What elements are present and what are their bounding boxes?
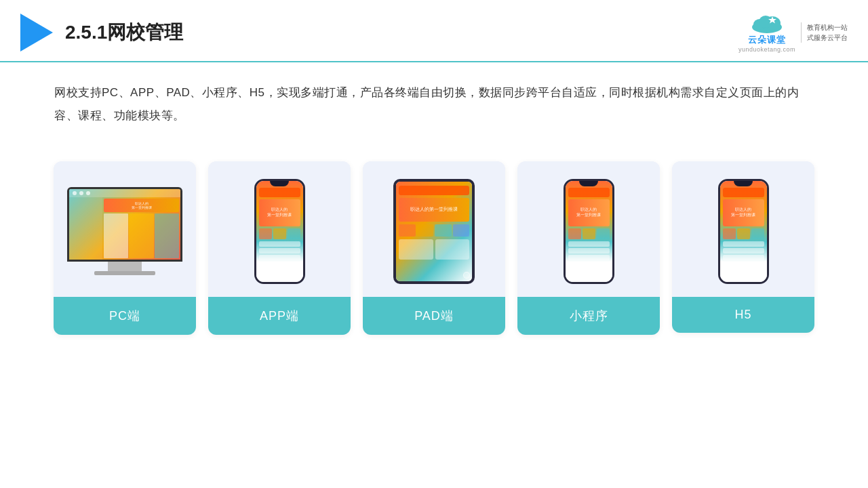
card-pc-image: 职达人的第一堂列推课 (54, 161, 196, 297)
phone-mockup-h5: 职达人的第一堂列推课 (718, 179, 769, 284)
phone-notch-app (270, 181, 289, 186)
card-h5-image: 职达人的第一堂列推课 (672, 161, 814, 297)
phone-home-bar-app (269, 277, 290, 279)
description-text: 网校支持PC、APP、PAD、小程序、H5，实现多端打通，产品各终端自由切换，数… (0, 62, 868, 134)
description-paragraph: 网校支持PC、APP、PAD、小程序、H5，实现多端打通，产品各终端自由切换，数… (54, 81, 814, 127)
phone-screen-miniapp: 职达人的第一堂列推课 (566, 181, 612, 282)
logo-text-url: yunduoketang.com (738, 46, 795, 53)
page-title: 2.5.1网校管理 (65, 20, 183, 45)
phone-home-bar-h5 (733, 277, 753, 279)
pc-mockup: 职达人的第一堂列推课 (67, 187, 182, 275)
phone-mockup-app: 职达人的第一堂列推课 (254, 179, 305, 284)
card-h5-label: H5 (672, 297, 814, 333)
card-miniapp-label: 小程序 (517, 297, 660, 335)
pc-screen: 职达人的第一堂列推课 (67, 187, 182, 262)
logo-cloud: 云朵课堂 yunduoketang.com (738, 12, 795, 53)
phone-screen-app: 职达人的第一堂列推课 (256, 181, 303, 282)
page-header: 2.5.1网校管理 云朵课堂 yunduoketang.com 教育机构一站 式… (0, 0, 868, 62)
card-pc: 职达人的第一堂列推课 (54, 161, 196, 335)
ipad-home-button (463, 272, 470, 279)
logo-tagline-line2: 式服务云平台 (807, 33, 848, 43)
logo-tagline-line1: 教育机构一站 (807, 22, 848, 33)
card-app: 职达人的第一堂列推课 APP端 (208, 161, 351, 335)
play-icon (20, 14, 53, 52)
card-app-label: APP端 (208, 297, 351, 335)
logo-text-main: 云朵课堂 (748, 34, 786, 46)
card-h5: 职达人的第一堂列推课 H5 (672, 161, 814, 333)
header-left: 2.5.1网校管理 (20, 14, 183, 52)
card-pad-label: PAD端 (363, 297, 505, 335)
phone-notch-h5 (734, 181, 753, 186)
cards-container: 职达人的第一堂列推课 (0, 141, 868, 348)
logo-area: 云朵课堂 yunduoketang.com 教育机构一站 式服务云平台 (738, 12, 848, 53)
phone-mockup-miniapp: 职达人的第一堂列推课 (564, 179, 614, 284)
card-pad-image: 职达人的第一堂列推课 (363, 161, 505, 297)
card-pad: 职达人的第一堂列推课 PAD端 (363, 161, 505, 335)
phone-home-bar-miniapp (578, 277, 599, 279)
phone-screen-h5: 职达人的第一堂列推课 (720, 181, 767, 282)
ipad-screen: 职达人的第一堂列推课 (396, 182, 472, 281)
ipad-mockup: 职达人的第一堂列推课 (393, 179, 475, 284)
logo-tagline: 教育机构一站 式服务云平台 (801, 22, 848, 43)
card-app-image: 职达人的第一堂列推课 (208, 161, 351, 297)
card-miniapp-image: 职达人的第一堂列推课 (517, 161, 660, 297)
logo-svg (747, 12, 787, 34)
card-pc-label: PC端 (54, 297, 196, 335)
phone-notch-miniapp (579, 181, 598, 186)
card-miniapp: 职达人的第一堂列推课 小程序 (517, 161, 660, 335)
